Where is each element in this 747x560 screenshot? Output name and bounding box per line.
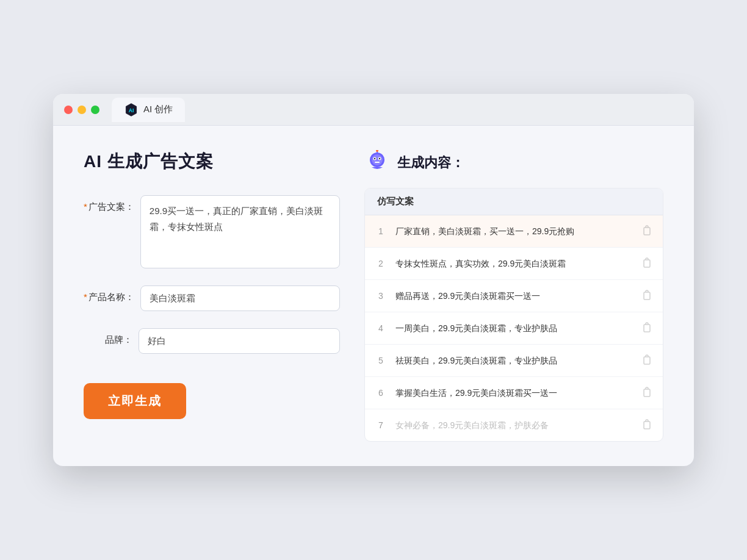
brand-input[interactable] xyxy=(139,328,340,354)
svg-point-6 xyxy=(374,158,375,159)
result-table: 仿写文案 1厂家直销，美白淡斑霜，买一送一，29.9元抢购 2专抹女性斑点，真实… xyxy=(364,188,663,442)
copy-icon[interactable] xyxy=(641,353,653,368)
main-content: AI 生成广告文案 *广告文案： *产品名称： 品牌： 立即生成 xyxy=(53,126,694,466)
product-name-label: *产品名称： xyxy=(84,285,140,303)
row-number: 3 xyxy=(375,291,387,301)
copy-icon[interactable] xyxy=(641,289,653,303)
table-row: 3赠品再送，29.9元美白淡斑霜买一送一 xyxy=(365,280,663,312)
row-text: 赠品再送，29.9元美白淡斑霜买一送一 xyxy=(395,290,632,303)
copy-icon[interactable] xyxy=(641,321,653,336)
brand-row: 品牌： xyxy=(84,328,340,354)
row-number: 2 xyxy=(375,259,387,268)
table-header: 仿写文案 xyxy=(365,188,663,215)
robot-icon xyxy=(364,150,390,176)
page-title: AI 生成广告文案 xyxy=(84,150,340,173)
ad-copy-label: *广告文案： xyxy=(84,195,140,213)
svg-rect-12 xyxy=(644,260,650,267)
copy-icon[interactable] xyxy=(641,224,653,239)
row-number: 1 xyxy=(375,226,387,236)
tab-ai-creation[interactable]: AI AI 创作 xyxy=(112,98,185,122)
generate-button[interactable]: 立即生成 xyxy=(84,383,186,419)
close-button[interactable] xyxy=(64,106,73,114)
svg-rect-8 xyxy=(375,162,380,163)
copy-icon[interactable] xyxy=(641,386,653,400)
svg-rect-17 xyxy=(644,422,650,429)
row-text: 专抹女性斑点，真实功效，29.9元美白淡斑霜 xyxy=(395,257,632,270)
svg-rect-13 xyxy=(644,292,650,300)
copy-icon[interactable] xyxy=(641,256,653,271)
svg-text:AI: AI xyxy=(129,107,134,113)
svg-point-7 xyxy=(379,158,380,159)
product-name-input[interactable] xyxy=(140,285,340,311)
svg-rect-16 xyxy=(644,389,650,397)
result-rows-container: 1厂家直销，美白淡斑霜，买一送一，29.9元抢购 2专抹女性斑点，真实功效，29… xyxy=(365,215,663,441)
row-text: 女神必备，29.9元美白淡斑霜，护肤必备 xyxy=(395,419,632,432)
row-text: 一周美白，29.9元美白淡斑霜，专业护肤品 xyxy=(395,322,632,335)
result-title: 生成内容： xyxy=(397,154,464,172)
table-row: 1厂家直销，美白淡斑霜，买一送一，29.9元抢购 xyxy=(365,215,663,248)
svg-rect-15 xyxy=(644,357,650,364)
table-row: 4一周美白，29.9元美白淡斑霜，专业护肤品 xyxy=(365,312,663,345)
svg-rect-11 xyxy=(644,228,650,235)
row-number: 7 xyxy=(375,420,387,430)
ad-copy-required-star: * xyxy=(84,201,87,212)
maximize-button[interactable] xyxy=(91,106,99,114)
product-name-required-star: * xyxy=(84,292,87,302)
row-number: 6 xyxy=(375,388,387,398)
table-row: 5祛斑美白，29.9元美白淡斑霜，专业护肤品 xyxy=(365,345,663,377)
row-number: 5 xyxy=(375,356,387,365)
row-text: 掌握美白生活，29.9元美白淡斑霜买一送一 xyxy=(395,387,632,400)
row-text: 厂家直销，美白淡斑霜，买一送一，29.9元抢购 xyxy=(395,225,632,238)
ad-copy-input[interactable] xyxy=(140,195,340,268)
row-text: 祛斑美白，29.9元美白淡斑霜，专业护肤品 xyxy=(395,354,632,367)
minimize-button[interactable] xyxy=(78,106,86,114)
table-row: 2专抹女性斑点，真实功效，29.9元美白淡斑霜 xyxy=(365,248,663,280)
browser-window: AI AI 创作 AI 生成广告文案 *广告文案： *产品名称： xyxy=(53,94,694,466)
traffic-lights xyxy=(64,106,99,114)
product-name-row: *产品名称： xyxy=(84,285,340,311)
copy-icon[interactable] xyxy=(641,418,653,433)
brand-label: 品牌： xyxy=(84,328,139,346)
left-panel: AI 生成广告文案 *广告文案： *产品名称： 品牌： 立即生成 xyxy=(84,150,340,442)
result-header: 生成内容： xyxy=(364,150,663,176)
table-row: 7女神必备，29.9元美白淡斑霜，护肤必备 xyxy=(365,409,663,441)
titlebar: AI AI 创作 xyxy=(53,94,694,126)
ad-copy-row: *广告文案： xyxy=(84,195,340,268)
right-panel: 生成内容： 仿写文案 1厂家直销，美白淡斑霜，买一送一，29.9元抢购 2专抹女… xyxy=(364,150,663,442)
table-row: 6掌握美白生活，29.9元美白淡斑霜买一送一 xyxy=(365,377,663,409)
tab-label: AI 创作 xyxy=(143,104,173,115)
ai-tab-icon: AI xyxy=(124,102,139,117)
row-number: 4 xyxy=(375,323,387,333)
svg-point-3 xyxy=(372,154,383,165)
svg-rect-14 xyxy=(644,325,650,332)
svg-point-10 xyxy=(376,150,378,152)
